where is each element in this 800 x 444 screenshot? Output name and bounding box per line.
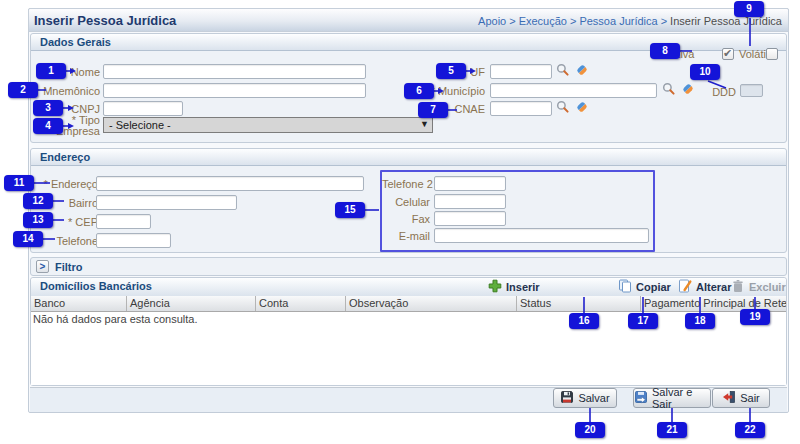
column-header-agencia[interactable]: Agência: [127, 296, 256, 311]
endereco-label: * Endereço: [38, 178, 98, 190]
breadcrumb-link-pessoa-juridica[interactable]: Pessoa Jurídica: [579, 15, 657, 27]
copy-icon: [618, 279, 632, 295]
celular-input[interactable]: [434, 194, 506, 209]
uf-clear-icon[interactable]: [575, 63, 589, 79]
mnemonico-label: Mnemônico: [30, 85, 100, 97]
page-title: Inserir Pessoa Jurídica: [34, 13, 176, 28]
celular-label: Celular: [382, 196, 430, 208]
telefone-input[interactable]: [96, 233, 171, 248]
alterar-label: Alterar: [696, 281, 731, 293]
salvar-button[interactable]: Salvar: [553, 388, 617, 408]
tipo-empresa-selected-value: - Selecione -: [109, 119, 171, 131]
annotation-badge-13: 13: [23, 212, 53, 228]
save-exit-icon: [634, 390, 648, 406]
plus-icon: [488, 279, 502, 295]
filtro-panel: [30, 257, 787, 276]
column-header-observacao[interactable]: Observação: [346, 296, 517, 311]
volatil-checkbox[interactable]: [766, 48, 778, 60]
annotation-badge-9: 9: [734, 1, 764, 17]
salvar-label: Salvar: [578, 392, 609, 404]
breadcrumb-separator: >: [567, 15, 579, 27]
uf-search-icon[interactable]: [556, 63, 570, 79]
dados-gerais-title: Dados Gerais: [40, 36, 111, 48]
annotation-badge-2: 2: [8, 82, 38, 98]
salvar-e-sair-label: Salvar e Sair: [652, 386, 710, 410]
column-header-status[interactable]: Status: [517, 296, 641, 311]
table-empty-message: Não há dados para esta consulta.: [33, 313, 198, 325]
title-bar: Inserir Pessoa Jurídica Apoio>Execução>P…: [28, 8, 789, 32]
annotation-badge-6: 6: [404, 83, 434, 99]
annotation-badge-21: 21: [657, 422, 687, 438]
fax-label: Fax: [382, 213, 430, 225]
cnpj-input[interactable]: [103, 101, 183, 116]
cep-input[interactable]: [96, 214, 151, 229]
annotation-badge-19: 19: [740, 309, 770, 325]
annotation-badge-11: 11: [4, 175, 34, 191]
municipio-search-icon[interactable]: [662, 82, 676, 98]
municipio-clear-icon[interactable]: [681, 82, 695, 98]
annotation-badge-18: 18: [685, 313, 715, 329]
cnae-search-icon[interactable]: [556, 100, 570, 116]
telefone-label: Telefone: [35, 235, 98, 247]
breadcrumb-link-execucao[interactable]: Execução: [519, 15, 567, 27]
ddd-label: DDD: [710, 86, 736, 98]
annotation-badge-14: 14: [13, 231, 43, 247]
email-input[interactable]: [434, 228, 649, 243]
breadcrumb-link-apoio[interactable]: Apoio: [478, 15, 506, 27]
ddd-input: [740, 84, 763, 97]
cnae-input[interactable]: [490, 101, 552, 116]
exit-door-icon: [722, 390, 736, 406]
municipio-input[interactable]: [490, 83, 657, 98]
chevron-down-icon: ▼: [420, 119, 429, 129]
annotation-badge-4: 4: [33, 118, 63, 134]
inserir-button[interactable]: Inserir: [488, 279, 540, 295]
filtro-expand-button[interactable]: >: [36, 260, 49, 273]
cnae-label: CNAE: [450, 103, 485, 115]
annotation-badge-12: 12: [23, 193, 53, 209]
endereco-title: Endereço: [40, 151, 90, 163]
tipo-empresa-select[interactable]: - Selecione - ▼: [103, 117, 433, 133]
ativa-checkbox[interactable]: ✔: [722, 48, 734, 60]
annotation-badge-8: 8: [650, 43, 680, 59]
trash-icon: [731, 279, 745, 295]
inserir-label: Inserir: [506, 281, 540, 293]
bairro-input[interactable]: [96, 195, 237, 210]
breadcrumb-separator: >: [658, 15, 670, 27]
annotation-badge-10: 10: [690, 64, 720, 80]
nome-input[interactable]: [103, 64, 366, 79]
annotation-badge-1: 1: [36, 63, 66, 79]
mnemonico-input[interactable]: [103, 83, 366, 98]
copiar-button[interactable]: Copiar: [618, 279, 671, 295]
save-icon: [560, 390, 574, 406]
telefone2-input[interactable]: [434, 176, 506, 191]
breadcrumb-current: Inserir Pessoa Jurídica: [670, 15, 782, 27]
salvar-e-sair-button[interactable]: Salvar e Sair: [633, 388, 711, 408]
annotation-badge-3: 3: [33, 100, 63, 116]
fax-input[interactable]: [434, 211, 506, 226]
annotation-badge-7: 7: [418, 102, 448, 118]
telefone2-label: Telefone 2: [382, 178, 430, 190]
annotation-badge-17: 17: [628, 313, 658, 329]
excluir-button: Excluir: [731, 279, 786, 295]
alterar-button[interactable]: Alterar: [678, 279, 731, 295]
page-canvas: Inserir Pessoa Jurídica Apoio>Execução>P…: [0, 0, 800, 444]
column-header-banco[interactable]: Banco: [31, 296, 127, 311]
endereco-header: Endereço: [31, 149, 786, 166]
bancarios-title: Domicílios Bancários: [40, 280, 152, 292]
annotation-badge-16: 16: [569, 313, 599, 329]
sair-label: Sair: [740, 392, 760, 404]
uf-input[interactable]: [490, 64, 552, 79]
sair-button[interactable]: Sair: [712, 388, 770, 408]
municipio-label: * Município: [425, 85, 485, 97]
column-header-conta[interactable]: Conta: [256, 296, 346, 311]
endereco-input[interactable]: [96, 176, 364, 191]
annotation-badge-20: 20: [575, 422, 605, 438]
annotation-badge-15: 15: [335, 202, 365, 218]
email-label: E-mail: [382, 230, 430, 242]
edit-icon: [678, 279, 692, 295]
volatil-label: Volátil: [739, 48, 768, 60]
cnae-clear-icon[interactable]: [575, 100, 589, 116]
excluir-label: Excluir: [749, 281, 786, 293]
annotation-badge-5: 5: [436, 63, 466, 79]
annotation-badge-22: 22: [735, 422, 765, 438]
